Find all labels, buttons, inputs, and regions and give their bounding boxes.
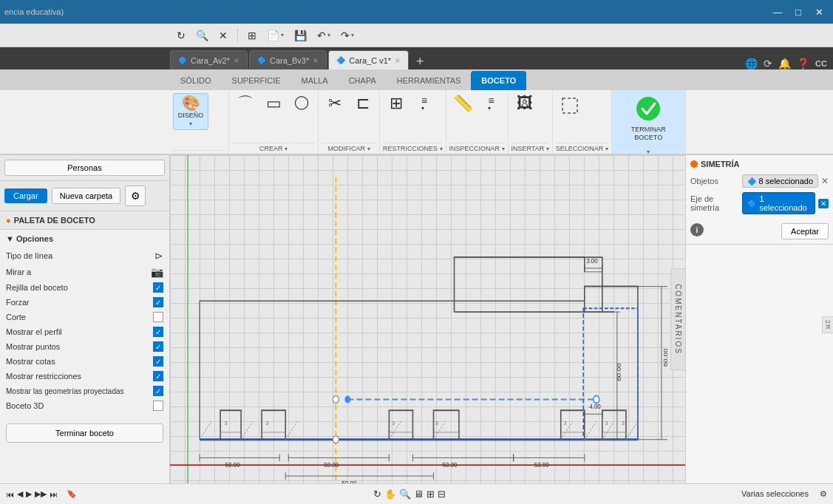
corte-checkbox[interactable] <box>153 312 163 322</box>
group-label <box>173 150 225 154</box>
orbit-icon[interactable]: ↻ <box>373 488 381 500</box>
svg-line-74 <box>241 421 253 440</box>
restricciones2-btn[interactable]: ≡▾ <box>411 93 438 114</box>
tab-label: CHAPA <box>349 76 376 85</box>
forzar-checkbox[interactable] <box>153 297 163 307</box>
ribbon-group-restricciones: ⊞ ≡▾ RESTRICCIONES ▾ <box>380 90 446 154</box>
tab-boceto[interactable]: BOCETO <box>471 71 526 90</box>
tab-malla[interactable]: MALLA <box>291 71 339 90</box>
svg-point-21 <box>333 396 339 403</box>
eje-close[interactable]: ✕ <box>818 199 829 208</box>
refresh-icon[interactable]: ⟳ <box>764 58 772 69</box>
maximize-button[interactable]: □ <box>789 4 808 20</box>
mostrar-puntos-checkbox[interactable] <box>153 341 163 352</box>
search-button[interactable]: 🔍 <box>192 27 212 44</box>
tab-chapa[interactable]: CHAPA <box>339 71 387 90</box>
new-tab-button[interactable]: + <box>410 54 430 69</box>
arc-btn[interactable]: ⌒ <box>232 93 259 114</box>
settings-status-icon[interactable]: ⚙ <box>820 489 827 498</box>
mostrar-geometrias-checkbox[interactable] <box>153 386 163 396</box>
seleccionar-btn[interactable] <box>556 93 584 120</box>
cancel-button[interactable]: ✕ <box>215 27 231 44</box>
objetos-row: Objetos 🔷 8 seleccionado ✕ <box>690 174 829 188</box>
restricciones-btn[interactable]: ⊞ <box>383 93 409 114</box>
mostrar-restricciones-checkbox[interactable] <box>153 371 163 381</box>
svg-line-79 <box>585 421 596 440</box>
tab-cara-cv1[interactable]: 🔷 Cara_C v1* ✕ <box>328 50 409 69</box>
eje-label: Eje de simetría <box>690 194 742 212</box>
insertar-image-btn[interactable]: 🖼 <box>511 93 538 114</box>
scissors-btn[interactable]: ✂ <box>322 93 348 114</box>
personas-button[interactable]: Personas <box>4 160 165 176</box>
nav-play[interactable]: ▶ <box>26 489 32 499</box>
status-tools: ↻ ✋ 🔍 🖥 ⊞ ⊟ <box>373 488 446 500</box>
globe-icon[interactable]: 🌐 <box>745 58 758 69</box>
svg-text:60.00: 60.00 <box>616 363 622 381</box>
pan-icon[interactable]: ✋ <box>384 488 396 500</box>
accept-button[interactable]: Aceptar <box>781 223 829 239</box>
bookmark-icon[interactable]: 🔖 <box>67 489 77 499</box>
undo-button[interactable]: ↶▾ <box>313 27 334 44</box>
tab-close-icon[interactable]: ✕ <box>313 57 319 64</box>
nueva-carpeta-button[interactable]: Nueva carpeta <box>52 188 121 204</box>
ellipse-btn[interactable]: ◯ <box>288 93 315 111</box>
zoom-icon[interactable]: 🔍 <box>399 488 411 500</box>
terminar-boceto-side-btn[interactable]: Terminar boceto <box>6 423 163 443</box>
tab-herramientas[interactable]: HERRAMIENTAS <box>387 71 472 90</box>
group-label-inspeccionar: INSPECCIONAR ▾ <box>449 143 505 154</box>
mostrar-cotas-checkbox[interactable] <box>153 356 163 367</box>
refresh-button[interactable]: ↻ <box>173 27 189 44</box>
cargar-button[interactable]: Cargar <box>4 188 47 203</box>
option-label: Mostrar cotas <box>6 357 55 366</box>
tab-label: HERRAMIENTAS <box>397 76 461 85</box>
options-title[interactable]: ▼ Opciones <box>6 234 163 243</box>
rect-btn[interactable]: ▭ <box>260 93 287 114</box>
offset-btn[interactable]: ⊏ <box>350 93 376 114</box>
tab-icon: 🔷 <box>178 56 187 64</box>
tab-icon: 🔷 <box>257 56 266 64</box>
option-control[interactable]: 📷 <box>151 266 163 278</box>
svg-line-75 <box>285 421 297 440</box>
nav-end[interactable]: ⏭ <box>50 490 58 499</box>
tab-cara-bv3[interactable]: 🔷 Cara_Bv3* ✕ <box>249 50 327 69</box>
objetos-close[interactable]: ✕ <box>821 176 829 186</box>
inspeccionar-btn[interactable]: 📏 <box>449 93 477 114</box>
eje-value: 🔷 1 seleccionado <box>742 192 815 214</box>
canvas-area[interactable]: 250 200 150 100 50 <box>170 155 685 483</box>
layout-icon[interactable]: ⊟ <box>438 488 446 500</box>
account-icon[interactable]: CC <box>815 59 827 68</box>
svg-point-19 <box>344 396 350 403</box>
nav-start[interactable]: ⏮ <box>6 490 14 499</box>
nav-next[interactable]: ▶▶ <box>35 489 47 499</box>
close-button[interactable]: ✕ <box>809 4 829 20</box>
tab-superficie[interactable]: SUPERFICIE <box>222 71 291 90</box>
svg-text:50.00: 50.00 <box>324 461 339 469</box>
grid-button[interactable]: ⊞ <box>244 27 260 44</box>
info-icon[interactable]: i <box>690 223 704 236</box>
minimize-button[interactable]: — <box>768 4 787 20</box>
disenyo-button[interactable]: 🎨 DISEÑO ▾ <box>173 93 208 130</box>
mostrar-perfil-checkbox[interactable] <box>153 327 163 337</box>
comments-tab[interactable]: COMENTARIOS <box>670 268 685 370</box>
option-control[interactable]: ⊳ <box>154 250 163 262</box>
tab-label: Cara_Av2* <box>191 56 230 65</box>
tab-solido[interactable]: SÓLIDO <box>170 71 222 90</box>
tab-close-icon[interactable]: ✕ <box>234 57 239 64</box>
save-button[interactable]: 💾 <box>290 27 310 44</box>
options-section: ▼ Opciones Tipo de línea ⊳ Mirar a 📷 <box>0 230 169 418</box>
redo-button[interactable]: ↷▾ <box>337 27 358 44</box>
terminar-boceto-btn[interactable]: TERMINARBOCETO <box>626 93 670 144</box>
rejilla-checkbox[interactable] <box>153 282 163 293</box>
grid2-icon[interactable]: ⊞ <box>426 488 435 500</box>
boceto-3d-checkbox[interactable] <box>153 401 163 411</box>
svg-rect-23 <box>583 308 638 440</box>
settings-icon-btn[interactable]: ⚙ <box>125 185 146 206</box>
inspeccionar2-btn[interactable]: ≡▾ <box>478 93 505 114</box>
display-icon[interactable]: 🖥 <box>414 488 424 500</box>
tab-cara-av2[interactable]: 🔷 Cara_Av2* ✕ <box>170 50 248 69</box>
bell-icon[interactable]: 🔔 <box>778 58 791 69</box>
tab-close-icon[interactable]: ✕ <box>395 57 401 64</box>
help-icon[interactable]: ❓ <box>797 58 809 69</box>
nav-prev[interactable]: ◀ <box>17 489 23 499</box>
new-doc-button[interactable]: 📄▾ <box>263 27 288 44</box>
